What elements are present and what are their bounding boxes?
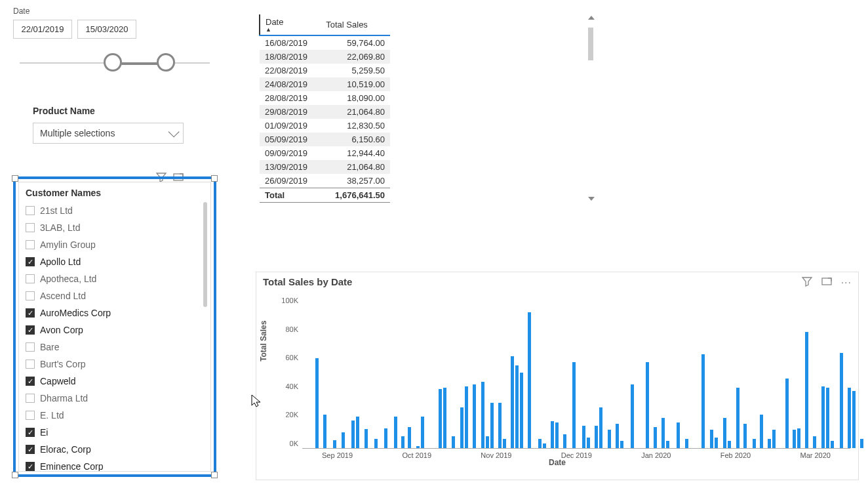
chart-bar[interactable]	[342, 432, 345, 448]
chart-bar[interactable]	[333, 440, 336, 448]
chart-bar[interactable]	[620, 441, 623, 449]
column-header-date[interactable]: Date ▲	[260, 14, 321, 35]
chart-bar[interactable]	[503, 439, 506, 448]
chart-bar[interactable]	[599, 407, 602, 448]
customer-checkbox-row[interactable]: Apotheca, Ltd	[23, 270, 207, 287]
chart-bar[interactable]	[582, 426, 585, 449]
checkbox-icon[interactable]: ✓	[26, 462, 35, 471]
chart-bar[interactable]	[323, 415, 326, 448]
focus-mode-icon[interactable]	[821, 276, 832, 289]
checkbox-icon[interactable]: ✓	[26, 257, 35, 266]
product-name-dropdown[interactable]: Multiple selections	[33, 123, 184, 144]
chart-bar[interactable]	[515, 365, 519, 449]
chart-bar[interactable]	[587, 438, 590, 448]
chart-bar[interactable]	[785, 379, 789, 448]
chart-bar[interactable]	[555, 422, 559, 448]
customer-checkbox-row[interactable]: E. Ltd	[23, 407, 207, 424]
date-start-input[interactable]: 22/01/2019	[13, 20, 72, 39]
table-row[interactable]: 16/08/201959,764.00	[260, 35, 390, 50]
chart-bar[interactable]	[805, 332, 808, 448]
table-row[interactable]: 13/09/201921,064.80	[260, 160, 390, 174]
chart-bar[interactable]	[826, 388, 829, 448]
customer-checkbox-row[interactable]: 3LAB, Ltd	[23, 219, 207, 236]
table-row[interactable]: 29/08/201921,064.80	[260, 105, 390, 119]
chart-bar[interactable]	[538, 439, 542, 448]
chart-bar[interactable]	[743, 424, 747, 448]
checkbox-icon[interactable]	[26, 360, 35, 369]
chart-bar[interactable]	[715, 438, 718, 448]
chart-bar[interactable]	[685, 439, 688, 448]
table-row[interactable]: 09/09/201912,944.40	[260, 146, 390, 160]
chart-bar[interactable]	[710, 430, 713, 448]
checkbox-icon[interactable]	[26, 206, 35, 215]
customer-checkbox-row[interactable]: 21st Ltd	[23, 202, 207, 219]
customer-checkbox-row[interactable]: ✓Ei	[23, 424, 207, 441]
chart-bar[interactable]	[374, 439, 378, 448]
chart-bar[interactable]	[543, 443, 546, 448]
chart-bar[interactable]	[831, 441, 834, 449]
chart-bar[interactable]	[595, 426, 598, 449]
chart-bar[interactable]	[793, 430, 796, 448]
filter-icon[interactable]	[802, 276, 812, 289]
chart-bar[interactable]	[631, 384, 634, 448]
checkbox-icon[interactable]	[26, 223, 35, 232]
customer-checkbox-row[interactable]: Dharma Ltd	[23, 390, 207, 407]
chart-bar[interactable]	[473, 384, 476, 448]
chart-bar[interactable]	[490, 403, 494, 448]
chart-bar[interactable]	[728, 441, 731, 449]
more-options-icon[interactable]: ···	[841, 277, 852, 289]
chart-bar[interactable]	[666, 441, 669, 449]
scrollbar-thumb[interactable]	[203, 202, 207, 307]
chart-bar[interactable]	[661, 418, 665, 448]
chart-bar[interactable]	[772, 430, 776, 448]
chart-bar[interactable]	[608, 430, 611, 448]
table-row[interactable]: 18/08/201922,069.80	[260, 50, 390, 64]
slider-handle-end[interactable]	[157, 53, 175, 72]
table-row[interactable]: 28/08/201918,090.00	[260, 91, 390, 105]
chart-bar[interactable]	[723, 418, 726, 448]
table-row[interactable]: 24/08/201910,519.00	[260, 77, 390, 91]
checkbox-icon[interactable]: ✓	[26, 428, 35, 437]
date-end-input[interactable]: 15/03/2020	[77, 20, 136, 39]
chart-bar[interactable]	[848, 388, 851, 448]
chart-bar[interactable]	[498, 403, 502, 448]
chart-bar[interactable]	[408, 427, 411, 448]
checkbox-icon[interactable]: ✓	[26, 445, 35, 454]
checkbox-icon[interactable]	[26, 274, 35, 283]
chart-bar[interactable]	[753, 439, 756, 448]
chart-bar[interactable]	[654, 427, 657, 448]
customer-checkbox-row[interactable]: ✓Apollo Ltd	[23, 253, 207, 270]
checkbox-icon[interactable]	[26, 291, 35, 300]
customer-names-slicer[interactable]: Customer Names 21st Ltd3LAB, LtdAmylin G…	[13, 176, 216, 477]
chart-bar[interactable]	[840, 353, 843, 448]
chart-bar[interactable]	[797, 428, 800, 448]
chart-bar[interactable]	[860, 439, 863, 448]
customer-checkbox-row[interactable]: Amylin Group	[23, 236, 207, 253]
customer-checkbox-row[interactable]: Ascend Ltd	[23, 287, 207, 304]
column-header-total-sales[interactable]: Total Sales	[321, 14, 390, 35]
chart-bar[interactable]	[351, 421, 355, 448]
chart-bar[interactable]	[701, 354, 705, 448]
table-row[interactable]: 22/08/20195,259.50	[260, 64, 390, 77]
table-row[interactable]: 26/09/201938,257.00	[260, 174, 390, 188]
customer-checkbox-row[interactable]: ✓AuroMedics Corp	[23, 304, 207, 321]
chart-bar[interactable]	[384, 428, 387, 448]
chart-bar[interactable]	[520, 373, 523, 448]
chart-bar[interactable]	[852, 391, 856, 448]
chart-bar[interactable]	[760, 415, 763, 448]
table-row[interactable]: 01/09/201912,830.50	[260, 119, 390, 133]
chart-bar[interactable]	[416, 446, 420, 448]
table-row[interactable]: 05/09/20196,150.60	[260, 133, 390, 146]
chart-bar[interactable]	[768, 439, 771, 448]
scroll-up-icon[interactable]	[588, 16, 595, 20]
chart-bar[interactable]	[401, 436, 404, 448]
customer-checkbox-row[interactable]: ✓Eminence Corp	[23, 458, 207, 471]
scroll-thumb[interactable]	[588, 28, 593, 60]
chart-bar[interactable]	[421, 417, 424, 448]
chart-bar[interactable]	[356, 417, 359, 448]
checkbox-icon[interactable]: ✓	[26, 308, 35, 318]
chart-bar[interactable]	[439, 389, 442, 448]
checkbox-icon[interactable]: ✓	[26, 325, 35, 335]
chart-bar[interactable]	[394, 417, 397, 448]
chart-bar[interactable]	[616, 424, 619, 448]
